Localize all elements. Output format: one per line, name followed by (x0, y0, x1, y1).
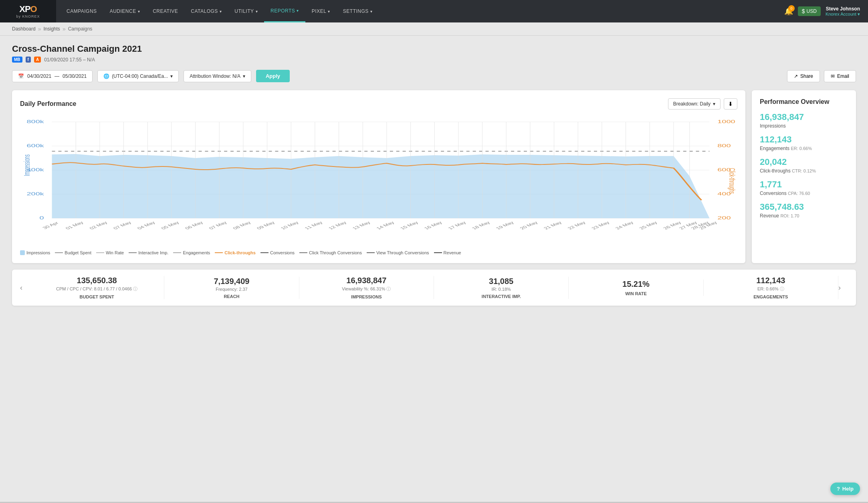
top-navigation: XPO by KNOREX CAMPAIGNS AUDIENCE ▾ CREAT… (0, 0, 868, 22)
user-menu[interactable]: Steve Johnson Knorex Account ▾ (826, 6, 860, 17)
main-content: Cross-Channel Campaign 2021 MB f A 01/09… (0, 36, 868, 502)
revenue-label: Revenue ROI: 1.70 (760, 213, 848, 219)
nav-creative[interactable]: CREATIVE (146, 0, 184, 22)
content-grid: Daily Performance Breakdown: Daily ▾ ⬇ (12, 90, 856, 263)
svg-text:200: 200 (717, 216, 731, 220)
legend-color-interactive (129, 252, 137, 253)
help-icon: ? (837, 486, 840, 492)
stat-win-rate: 15.21% WIN RATE (569, 280, 703, 296)
chart-legend: Impressions Budget Spent Win Rate Intera… (20, 250, 737, 255)
legend-color-budget (55, 252, 63, 253)
date-range-picker[interactable]: 📅 04/30/2021 — 05/30/2021 (12, 70, 93, 82)
notification-bell[interactable]: 🔔 0 (784, 7, 793, 16)
svg-text:04 May: 04 May (136, 221, 157, 230)
legend-click-conv: Click Through Conversions (299, 250, 362, 255)
download-icon: ⬇ (728, 101, 733, 107)
nav-campaigns[interactable]: CAMPAIGNS (60, 0, 103, 22)
svg-text:19 May: 19 May (495, 221, 515, 230)
nav-reports[interactable]: REPORTS ▾ (264, 0, 305, 22)
chevron-down-icon3: ▾ (713, 101, 715, 107)
metric-clickthroughs: 20,042 Click-throughs CTR: 0.12% (760, 157, 848, 174)
nav-items: CAMPAIGNS AUDIENCE ▾ CREATIVE CATALOGS ▾… (56, 0, 784, 22)
engagements-info-icon[interactable]: ⓘ (780, 286, 784, 291)
apply-button[interactable]: Apply (256, 70, 290, 82)
metric-conversions: 1,771 Conversions CPA: 76.60 (760, 179, 848, 196)
breadcrumb-bar: Dashboard » Insights » Campaigns (0, 22, 868, 36)
impressions-value: 16,938,847 (760, 112, 848, 122)
campaign-header: Cross-Channel Campaign 2021 MB f A 01/09… (12, 44, 856, 63)
breadcrumb-dashboard[interactable]: Dashboard (12, 26, 36, 32)
engagements-stat-label: ENGAGEMENTS (708, 294, 834, 299)
svg-text:18 May: 18 May (471, 221, 492, 230)
overview-title: Performance Overview (760, 98, 848, 105)
svg-text:23 May: 23 May (590, 221, 611, 230)
prev-stat-button[interactable]: ‹ (20, 284, 30, 292)
logo-area: XPO by KNOREX (0, 0, 56, 22)
svg-text:Impressions: Impressions (22, 154, 31, 176)
legend-color-impressions (20, 250, 25, 255)
win-rate-value: 15.21% (573, 280, 699, 289)
reach-value: 7,139,409 (168, 277, 295, 286)
legend-engagements: Engagements (173, 250, 210, 255)
svg-text:800: 800 (717, 144, 731, 148)
impressions-stat-value: 16,938,847 (303, 276, 430, 285)
win-rate-label: WIN RATE (573, 291, 699, 296)
breadcrumb-insights[interactable]: Insights (44, 26, 60, 32)
revenue-value: 365,748.63 (760, 202, 848, 212)
legend-color-winrate (96, 252, 104, 253)
nav-catalogs[interactable]: CATALOGS ▾ (184, 0, 228, 22)
svg-text:07 May: 07 May (208, 221, 228, 230)
legend-conversions: Conversions (260, 250, 295, 255)
impressions-stat-sub: Viewability %: 66.31% ⓘ (303, 286, 430, 292)
svg-text:17 May: 17 May (447, 221, 468, 230)
stat-budget-spent: 135,650.38 CPM / CPC / CPV: 8.01 / 6.77 … (30, 276, 164, 299)
metric-revenue: 365,748.63 Revenue ROI: 1.70 (760, 202, 848, 219)
breadcrumb: Dashboard » Insights » Campaigns (12, 26, 856, 32)
metric-engagements: 112,143 Engagements ER: 0.66% (760, 134, 848, 151)
svg-text:02 May: 02 May (88, 221, 109, 230)
badge-fb: f (26, 57, 31, 63)
svg-text:25 May: 25 May (638, 221, 659, 230)
svg-text:05 May: 05 May (160, 221, 181, 230)
impressions-info-icon[interactable]: ⓘ (386, 286, 391, 291)
budget-spent-sub: CPM / CPC / CPV: 8.01 / 6.77 / 0.0466 ⓘ (34, 286, 160, 292)
legend-color-revenue (434, 252, 442, 253)
stat-engagements: 112,143 ER: 0.66% ⓘ ENGAGEMENTS (704, 276, 838, 299)
badge-aa: A (34, 57, 41, 63)
budget-info-icon[interactable]: ⓘ (133, 286, 137, 291)
conversions-label: Conversions CPA: 76.60 (760, 191, 848, 196)
performance-chart: 800k 600k 400k 200k 0 1000 800 600 400 2… (20, 116, 737, 244)
engagements-value: 112,143 (760, 134, 848, 145)
share-button[interactable]: ↗ Share (787, 70, 820, 82)
legend-interactive: Interactive Imp. (129, 250, 168, 255)
attribution-label: Attribution Window: N/A (190, 73, 240, 79)
chart-area: 800k 600k 400k 200k 0 1000 800 600 400 2… (20, 116, 737, 245)
conversions-cpa: CPA: 76.60 (788, 191, 810, 196)
filters-bar: 📅 04/30/2021 — 05/30/2021 🌐 (UTC-04:00) … (12, 70, 856, 82)
stats-bar: ‹ 135,650.38 CPM / CPC / CPV: 8.01 / 6.7… (12, 270, 856, 306)
timezone-picker[interactable]: 🌐 (UTC-04:00) Canada/Ea... ▾ (97, 70, 179, 82)
nav-settings[interactable]: SETTINGS ▾ (337, 0, 379, 22)
nav-pixel[interactable]: PIXEL ▾ (305, 0, 337, 22)
email-button[interactable]: ✉ Email (824, 70, 856, 82)
svg-text:22 May: 22 May (566, 221, 587, 230)
legend-color-clickthroughs (215, 252, 223, 253)
dollar-icon: $ (802, 8, 805, 14)
engagements-stat-sub: ER: 0.66% ⓘ (708, 286, 834, 292)
attribution-window-picker[interactable]: Attribution Window: N/A ▾ (184, 70, 251, 82)
legend-clickthroughs: Click-throughs (215, 250, 256, 255)
currency-selector[interactable]: $ USD (798, 6, 821, 16)
budget-spent-label: BUDGET SPENT (34, 294, 160, 299)
breakdown-dropdown[interactable]: Breakdown: Daily ▾ (668, 98, 721, 110)
nav-utility[interactable]: UTILITY ▾ (228, 0, 264, 22)
clickthroughs-label: Click-throughs CTR: 0.12% (760, 168, 848, 174)
help-button[interactable]: ? Help (830, 483, 860, 495)
date-to: 05/30/2021 (63, 73, 87, 79)
svg-text:13 May: 13 May (351, 221, 372, 230)
nav-audience[interactable]: AUDIENCE ▾ (103, 0, 147, 22)
metric-impressions: 16,938,847 Impressions (760, 112, 848, 129)
next-stat-button[interactable]: › (838, 284, 848, 292)
download-button[interactable]: ⬇ (724, 98, 737, 110)
svg-text:11 May: 11 May (303, 221, 324, 230)
interactive-sub: IR: 0.18% (438, 287, 564, 292)
